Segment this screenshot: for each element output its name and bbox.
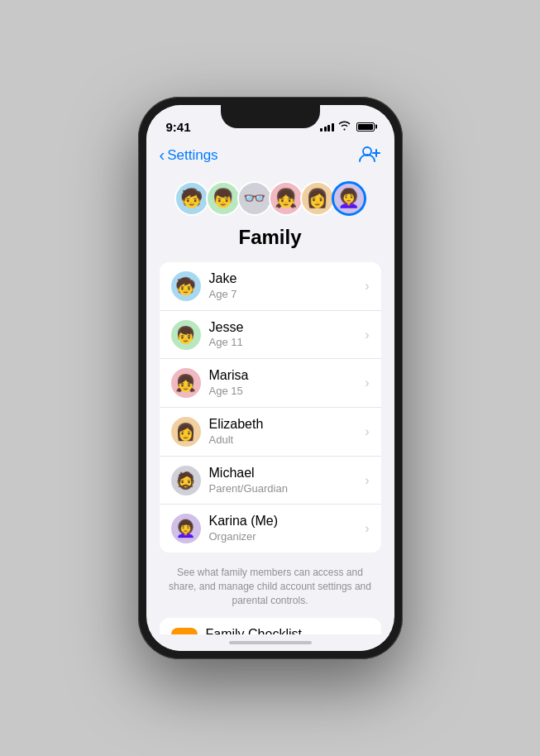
family-member-jake[interactable]: 🧒 Jake Age 7 › xyxy=(160,262,381,311)
family-checklist-item[interactable]: Family Checklist All set › xyxy=(160,618,381,634)
jesse-subtitle: Age 11 xyxy=(209,336,362,350)
avatar-jesse: 👦 xyxy=(206,181,241,216)
home-indicator xyxy=(146,634,394,651)
karina-chevron-icon: › xyxy=(365,521,369,536)
michael-subtitle: Parent/Guardian xyxy=(209,482,362,496)
phone-screen: 9:41 xyxy=(146,105,394,651)
avatar-elizabeth2: 👩 xyxy=(300,181,335,216)
jake-chevron-icon: › xyxy=(365,279,369,294)
family-member-jesse[interactable]: 👦 Jesse Age 11 › xyxy=(160,311,381,360)
avatar-jake: 🧒 xyxy=(174,181,209,216)
family-checklist-card: Family Checklist All set › xyxy=(160,618,381,634)
karina-name: Karina (Me) xyxy=(209,513,362,530)
scroll-content[interactable]: 🧒 👦 👓 👧 👩 👩‍🦱 Family 🧒 Jake Age 7 › xyxy=(146,173,394,634)
jake-name: Jake xyxy=(209,270,362,288)
jesse-text: Jesse Age 11 xyxy=(209,319,362,351)
avatar-karina: 👩‍🦱 xyxy=(332,181,366,216)
family-member-elizabeth[interactable]: 👩 Elizabeth Adult › xyxy=(160,408,381,457)
phone-frame: 9:41 xyxy=(138,97,403,659)
battery-icon xyxy=(356,122,375,132)
back-button[interactable]: ‹ Settings xyxy=(160,146,218,165)
family-member-michael[interactable]: 🧔 Michael Parent/Guardian › xyxy=(160,457,381,505)
checklist-name: Family Checklist xyxy=(206,626,362,634)
elizabeth-name: Elizabeth xyxy=(209,416,362,433)
add-family-icon xyxy=(358,145,381,163)
jake-subtitle: Age 7 xyxy=(209,288,362,302)
avatar-marisa: 👓 xyxy=(237,181,272,216)
notch xyxy=(221,105,320,128)
page-title: Family xyxy=(146,226,394,249)
jake-text: Jake Age 7 xyxy=(209,270,362,302)
add-family-button[interactable] xyxy=(358,145,381,166)
avatar-marisa-item: 👧 xyxy=(171,368,201,398)
avatar-michael-item: 🧔 xyxy=(171,466,201,495)
michael-name: Michael xyxy=(209,465,362,482)
elizabeth-chevron-icon: › xyxy=(365,424,369,439)
family-description: See what family members can access and s… xyxy=(146,559,394,617)
karina-subtitle: Organizer xyxy=(209,530,362,544)
navigation-header: ‹ Settings xyxy=(146,141,394,173)
family-member-marisa[interactable]: 👧 Marisa Age 15 › xyxy=(160,359,381,408)
back-label: Settings xyxy=(167,147,217,164)
avatar-jake-item: 🧒 xyxy=(171,271,201,301)
avatar-karina-item: 👩‍🦱 xyxy=(171,514,201,543)
marisa-text: Marisa Age 15 xyxy=(209,367,362,399)
family-member-karina[interactable]: 👩‍🦱 Karina (Me) Organizer › xyxy=(160,505,381,553)
michael-text: Michael Parent/Guardian xyxy=(209,465,362,496)
elizabeth-subtitle: Adult xyxy=(209,433,362,447)
jesse-chevron-icon: › xyxy=(365,328,369,342)
wifi-icon xyxy=(338,121,351,133)
checklist-text: Family Checklist All set xyxy=(206,626,362,634)
jesse-name: Jesse xyxy=(209,319,362,337)
family-members-card: 🧒 Jake Age 7 › 👦 Jesse Age 11 › xyxy=(160,262,381,553)
back-chevron-icon: ‹ xyxy=(160,146,165,165)
marisa-chevron-icon: › xyxy=(365,376,369,390)
marisa-subtitle: Age 15 xyxy=(209,385,362,399)
avatar-elizabeth-item: 👩 xyxy=(171,417,201,447)
home-bar xyxy=(229,641,312,644)
status-icons xyxy=(320,121,375,133)
signal-icon xyxy=(320,122,334,132)
karina-text: Karina (Me) Organizer xyxy=(209,513,362,544)
avatar-row: 🧒 👦 👓 👧 👩 👩‍🦱 xyxy=(146,173,394,226)
avatar-elizabeth: 👧 xyxy=(269,181,303,216)
status-time: 9:41 xyxy=(166,120,191,134)
elizabeth-text: Elizabeth Adult xyxy=(209,416,362,447)
checklist-icon-square xyxy=(171,628,198,634)
michael-chevron-icon: › xyxy=(365,473,369,488)
avatar-jesse-item: 👦 xyxy=(171,320,201,350)
marisa-name: Marisa xyxy=(209,367,362,385)
